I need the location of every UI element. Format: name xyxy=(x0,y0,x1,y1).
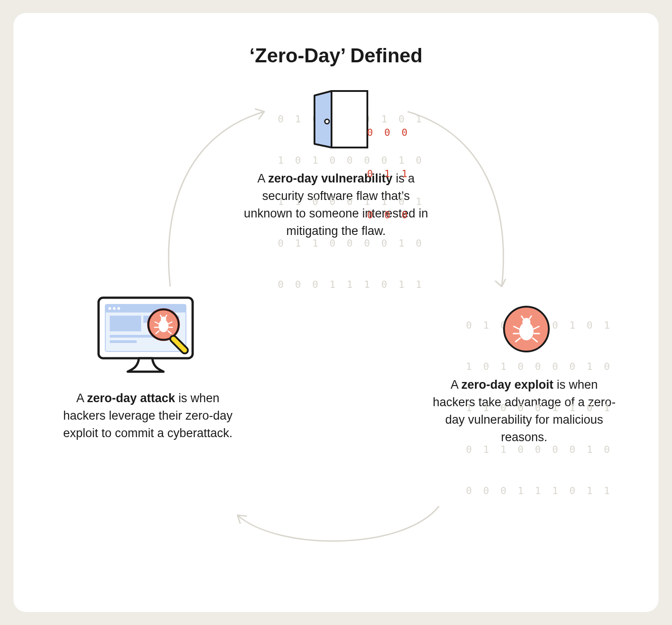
svg-point-8 xyxy=(108,307,111,310)
door-code-icon: 0 1 0 0 1 0 1 0 1 1 0 1 0 0 0 0 1 0 1 1 … xyxy=(242,85,430,161)
code-row: 0 0 0 1 1 1 0 1 1 xyxy=(466,484,612,498)
node-vulnerability: 0 1 0 0 1 0 1 0 1 1 0 1 0 0 0 0 1 0 1 1 … xyxy=(242,85,430,240)
svg-point-0 xyxy=(325,119,329,124)
door-code-row: 0 0 0 xyxy=(337,126,440,140)
node-attack: A zero-day attack is when hackers levera… xyxy=(54,291,242,442)
door-code-row: 0 1 1 xyxy=(337,167,440,181)
cycle-container: 0 1 0 0 1 0 1 0 1 1 0 1 0 0 0 0 1 0 1 1 … xyxy=(40,67,632,569)
door-code-row: 0 0 0 xyxy=(337,208,440,222)
text-prefix: A xyxy=(257,172,268,185)
diagram-title: ‘Zero-Day’ Defined xyxy=(40,44,632,67)
svg-rect-13 xyxy=(110,335,155,338)
bug-code-icon: 0 1 0 0 1 0 1 0 1 1 0 1 0 0 0 0 1 0 1 1 … xyxy=(430,291,618,367)
attack-description: A zero-day attack is when hackers levera… xyxy=(54,390,242,442)
code-row: 1 0 1 0 0 0 0 1 0 xyxy=(466,360,612,374)
arrow-bottom xyxy=(224,497,448,560)
code-row: 1 1 0 0 0 1 1 0 1 xyxy=(466,401,612,415)
code-row: 0 0 0 1 1 1 0 1 1 xyxy=(278,278,424,292)
diagram-card: ‘Zero-Day’ Defined 0 1 0 0 1 0 1 0 1 1 0… xyxy=(13,13,659,612)
text-prefix: A xyxy=(451,378,461,391)
code-row: 0 1 1 0 0 0 0 1 0 xyxy=(466,443,612,457)
svg-rect-11 xyxy=(110,316,141,331)
svg-point-9 xyxy=(113,307,116,310)
monitor-bug-icon xyxy=(54,291,242,381)
svg-rect-14 xyxy=(110,340,137,343)
text-prefix: A xyxy=(76,391,87,405)
node-exploit: 0 1 0 0 1 0 1 0 1 1 0 1 0 0 0 0 1 0 1 1 … xyxy=(430,291,618,447)
text-term: zero-day attack xyxy=(87,391,175,405)
svg-point-10 xyxy=(117,307,120,310)
